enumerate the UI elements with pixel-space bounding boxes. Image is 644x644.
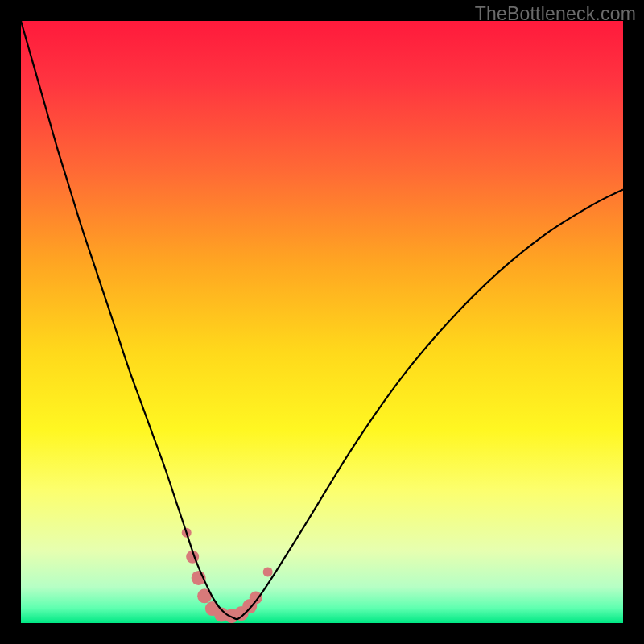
gradient-background [21,21,623,623]
chart-frame [21,21,623,623]
watermark-text: TheBottleneck.com [475,3,636,25]
marker-dot [263,567,273,576]
bottleneck-chart [21,21,623,623]
